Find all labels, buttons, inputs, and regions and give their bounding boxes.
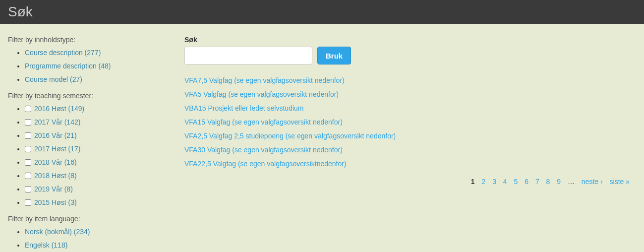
main-content: Søk Bruk VFA7,5 Valgfag (se egen valgfag…	[178, 36, 638, 252]
filter-language: Filter by item language: Norsk (bokmål) …	[8, 215, 176, 251]
filter-link[interactable]: Programme description (48)	[25, 62, 111, 70]
result-item: VFA2,5 Valgfag 2,5 studiepoeng (se egen …	[184, 132, 632, 140]
filter-checkbox[interactable]	[25, 199, 31, 206]
filter-item: 2017 Vår (142)	[25, 117, 176, 127]
filter-list-language: Norsk (bokmål) (234) Engelsk (118)	[8, 227, 176, 251]
result-link[interactable]: VFA5 Valgfag (se egen valgfagsoversikt n…	[184, 90, 339, 98]
filter-item: Course description (277)	[25, 48, 176, 58]
filter-heading-content-type: Filter by innholdstype:	[8, 36, 176, 44]
filter-item: 2018 Vår (16)	[25, 157, 176, 168]
page-link[interactable]: 4	[503, 178, 507, 186]
filter-link[interactable]: 2017 Vår (142)	[34, 118, 80, 126]
filter-link[interactable]: 2017 Høst (17)	[34, 145, 80, 153]
result-item: VFA30 Valgfag (se egen valgfagsoversikt …	[184, 146, 632, 154]
filter-link[interactable]: 2019 Vår (8)	[34, 185, 73, 193]
page-link[interactable]: 9	[557, 178, 561, 186]
filter-checkbox[interactable]	[25, 146, 31, 152]
filter-checkbox[interactable]	[25, 186, 31, 192]
page-title: Søk	[8, 4, 636, 20]
page-link[interactable]: 7	[535, 178, 539, 186]
filter-item: 2017 Høst (17)	[25, 144, 176, 154]
page-next-link[interactable]: neste ›	[582, 178, 603, 186]
filter-item: 2019 Vår (8)	[25, 184, 176, 194]
filter-checkbox[interactable]	[25, 159, 31, 166]
page-last-link[interactable]: siste »	[610, 178, 630, 186]
filter-checkbox[interactable]	[25, 106, 31, 112]
search-row: Bruk	[184, 47, 632, 64]
filter-item: 2016 Vår (21)	[25, 130, 176, 141]
result-item: VFA15 Valgfag (se egen valgfagsoversikt …	[184, 118, 632, 126]
filter-link[interactable]: 2016 Høst (149)	[34, 105, 84, 113]
filter-item: Programme description (48)	[25, 61, 176, 71]
filter-checkbox[interactable]	[25, 119, 31, 126]
filter-item: Course model (27)	[25, 74, 176, 85]
filter-link[interactable]: 2016 Vår (21)	[34, 131, 77, 139]
filter-link[interactable]: 2015 Høst (3)	[34, 198, 77, 206]
filter-item: Engelsk (118)	[25, 240, 176, 251]
result-link[interactable]: VFA7,5 Valgfag (se egen valgfagsoversikt…	[184, 76, 345, 84]
search-input[interactable]	[184, 47, 312, 64]
filter-item: 2018 Høst (8)	[25, 171, 176, 181]
page-link[interactable]: 8	[546, 178, 550, 186]
filter-heading-language: Filter by item language:	[8, 215, 176, 223]
filter-link[interactable]: Course description (277)	[25, 49, 101, 57]
filter-checkbox[interactable]	[25, 173, 31, 179]
filter-content-type: Filter by innholdstype: Course descripti…	[8, 36, 176, 85]
result-link[interactable]: VFA15 Valgfag (se egen valgfagsoversikt …	[184, 118, 343, 126]
filter-item: Norsk (bokmål) (234)	[25, 227, 176, 237]
filter-link[interactable]: 2018 Høst (8)	[34, 172, 77, 180]
filter-link[interactable]: Engelsk (118)	[25, 241, 67, 249]
result-list: VFA7,5 Valgfag (se egen valgfagsoversikt…	[184, 76, 632, 168]
result-item: VBA15 Prosjekt eller ledet selvstudium	[184, 104, 632, 112]
result-link[interactable]: VBA15 Prosjekt eller ledet selvstudium	[184, 104, 303, 112]
main-container: Filter by innholdstype: Course descripti…	[0, 24, 644, 252]
search-label: Søk	[184, 36, 632, 44]
filter-link[interactable]: 2018 Vår (16)	[34, 158, 77, 166]
filter-list-semester: 2016 Høst (149) 2017 Vår (142) 2016 Vår …	[8, 104, 176, 208]
filter-link[interactable]: Norsk (bokmål) (234)	[25, 228, 90, 236]
result-link[interactable]: VFA30 Valgfag (se egen valgfagsoversikt …	[184, 146, 343, 154]
result-link[interactable]: VFA2,5 Valgfag 2,5 studiepoeng (se egen …	[184, 132, 396, 140]
filter-heading-semester: Filter by teaching semester:	[8, 92, 176, 100]
page-link[interactable]: 3	[492, 178, 496, 186]
result-link[interactable]: VFA22,5 Valgfag (se egen valgfagsoversik…	[184, 160, 347, 168]
page-link[interactable]: 6	[525, 178, 528, 186]
result-item: VFA5 Valgfag (se egen valgfagsoversikt n…	[184, 90, 632, 98]
filter-list-content-type: Course description (277) Programme descr…	[8, 48, 176, 85]
result-item: VFA22,5 Valgfag (se egen valgfagsoversik…	[184, 160, 632, 168]
page-header: Søk	[0, 0, 644, 24]
sidebar: Filter by innholdstype: Course descripti…	[6, 36, 178, 252]
filter-item: 2015 Høst (3)	[25, 197, 176, 208]
result-item: VFA7,5 Valgfag (se egen valgfagsoversikt…	[184, 76, 632, 84]
filter-link[interactable]: Course model (27)	[25, 75, 82, 83]
page-ellipsis: …	[568, 178, 575, 186]
pagination: 1 2 3 4 5 6 7 8 9 … neste › siste »	[184, 178, 632, 186]
page-link[interactable]: 2	[481, 178, 485, 186]
filter-checkbox[interactable]	[25, 132, 31, 139]
page-current: 1	[471, 178, 475, 186]
page-link[interactable]: 5	[514, 178, 518, 186]
search-submit-button[interactable]: Bruk	[317, 47, 351, 64]
filter-semester: Filter by teaching semester: 2016 Høst (…	[8, 92, 176, 208]
filter-item: 2016 Høst (149)	[25, 104, 176, 114]
